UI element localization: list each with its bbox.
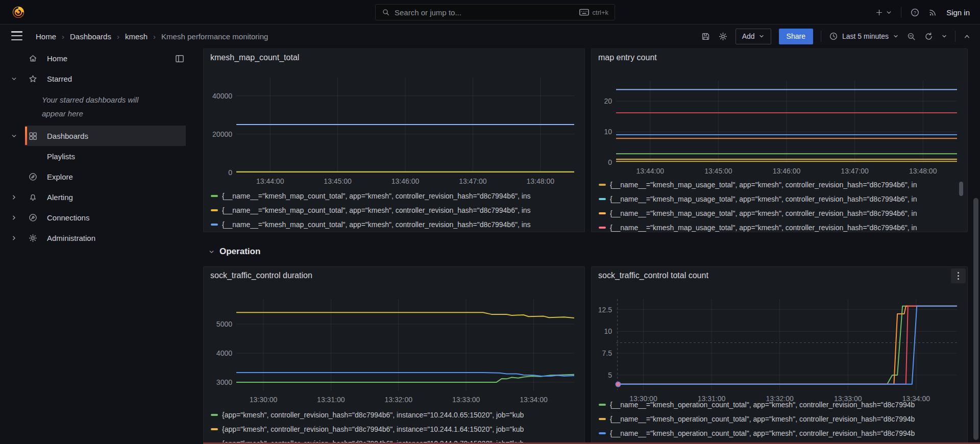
- x-axis-label: 13:34:00: [520, 396, 548, 404]
- legend-item[interactable]: {__name__="kmesh_map_count_total", app="…: [211, 217, 580, 232]
- save-dashboard-button[interactable]: [701, 32, 710, 41]
- breadcrumb-kmesh[interactable]: kmesh: [125, 32, 148, 41]
- chevron-down-icon: [893, 33, 899, 39]
- nav-sidebar: Home Starred Your starred dashboards wil…: [0, 48, 192, 444]
- legend-series-marker: [599, 212, 606, 214]
- legend-item[interactable]: {__name__="kmesh_map_usage_total", app="…: [599, 220, 963, 232]
- share-button[interactable]: Share: [779, 29, 813, 44]
- sidebar-item-alerting[interactable]: Alerting: [0, 187, 192, 207]
- legend-series-label: {app="kmesh", controller_revision_hash="…: [222, 425, 524, 433]
- new-button[interactable]: [875, 8, 892, 17]
- x-axis-label: 13:31:00: [317, 396, 345, 404]
- dashboard-toolbar: Home › Dashboards › kmesh › Kmesh perfor…: [0, 24, 980, 48]
- gear-icon: [718, 32, 728, 41]
- y-axis-label: 4000: [216, 349, 232, 357]
- sidebar-item-explore[interactable]: Explore: [0, 166, 192, 187]
- refresh-icon: [924, 32, 934, 41]
- add-panel-button[interactable]: Add: [736, 29, 771, 44]
- grafana-logo[interactable]: [11, 5, 26, 19]
- legend-series-label: {__name__="kmesh_map_usage_total", app="…: [610, 209, 917, 217]
- legend-item[interactable]: {__name__="kmesh_operation_count_total",…: [599, 412, 963, 426]
- toolbar-divider: [955, 31, 955, 42]
- legend-item[interactable]: {__name__="kmesh_operation_count_total",…: [599, 398, 963, 412]
- legend-scrollbar[interactable]: [959, 182, 963, 196]
- sidebar-item-starred[interactable]: Starred: [0, 68, 192, 89]
- legend-series-label: {__name__="kmesh_map_count_total", app="…: [222, 206, 531, 214]
- panel-title[interactable]: sock_traffic_control total count: [598, 271, 708, 280]
- svg-text:?: ?: [914, 10, 916, 15]
- help-button[interactable]: ?: [910, 8, 920, 17]
- refresh-button[interactable]: [924, 32, 934, 41]
- legend-item[interactable]: {app="kmesh", controller_revision_hash="…: [211, 422, 580, 436]
- sidebar-item-playlists[interactable]: Playlists: [0, 146, 192, 166]
- sidebar-item-label: Dashboards: [47, 132, 88, 140]
- legend-series-marker: [599, 198, 606, 200]
- page-scrollbar[interactable]: [973, 198, 978, 440]
- chevron-right-icon[interactable]: [8, 235, 19, 241]
- chart-plot-area[interactable]: [236, 78, 574, 172]
- breadcrumb-separator: ›: [62, 32, 64, 41]
- plus-icon: [875, 8, 884, 17]
- y-axis-label: 0: [228, 168, 232, 177]
- y-axis-label: 3000: [216, 378, 232, 386]
- chart-plot-area[interactable]: [236, 299, 574, 391]
- data-point-marker: [616, 381, 621, 387]
- legend-series-label: {__name__="kmesh_operation_count_total",…: [610, 429, 915, 437]
- legend-series-label: {app="kmesh", controller_revision_hash="…: [222, 411, 524, 419]
- legend-item[interactable]: {__name__="kmesh_map_count_total", app="…: [211, 189, 580, 203]
- dashboard-settings-button[interactable]: [718, 32, 728, 41]
- sidebar-item-label: Administration: [47, 234, 95, 242]
- time-range-picker[interactable]: Last 5 minutes: [829, 32, 899, 41]
- legend-series-marker: [599, 418, 606, 420]
- collapse-toolbar-button[interactable]: [963, 33, 971, 40]
- legend-item[interactable]: {__name__="kmesh_map_usage_total", app="…: [599, 192, 963, 206]
- legend-item[interactable]: {__name__="kmesh_map_count_total", app="…: [211, 203, 580, 217]
- sidebar-item-dashboards[interactable]: Dashboards: [0, 126, 192, 146]
- sock-traffic-total-count-chart: 57.51012.513:30:0013:31:0013:32:0013:33:…: [597, 299, 960, 403]
- sidebar-item-label: Alerting: [47, 193, 73, 202]
- legend-item[interactable]: {app="kmesh", controller_revision_hash="…: [211, 408, 580, 422]
- x-axis-label: 13:46:00: [391, 177, 420, 185]
- sidebar-item-home[interactable]: Home: [0, 48, 192, 68]
- legend-item[interactable]: {__name__="kmesh_map_usage_total", app="…: [599, 206, 963, 220]
- chevron-right-icon[interactable]: [8, 214, 19, 221]
- y-axis-label: 5: [608, 371, 612, 379]
- y-axis: 02000040000: [209, 78, 232, 172]
- breadcrumb-home[interactable]: Home: [36, 32, 56, 41]
- chevron-down-icon: [758, 33, 765, 39]
- sidebar-item-administration[interactable]: Administration: [0, 228, 192, 248]
- chevron-down-icon[interactable]: [8, 76, 19, 82]
- panel-title[interactable]: map entry count: [598, 53, 657, 62]
- chart-plot-area[interactable]: [616, 81, 957, 162]
- refresh-interval-button[interactable]: [941, 33, 947, 39]
- x-axis-label: 13:33:00: [452, 396, 480, 404]
- legend-series-marker: [211, 224, 218, 226]
- menu-toggle-button[interactable]: [11, 31, 22, 40]
- legend-series-label: {__name__="kmesh_map_usage_total", app="…: [610, 224, 917, 232]
- chevron-down-icon: [941, 33, 947, 39]
- x-axis: 13:30:0013:31:0013:32:0013:33:0013:34:00: [236, 394, 574, 404]
- x-axis: 13:44:0013:45:0013:46:0013:47:0013:48:00: [236, 176, 574, 186]
- legend-series-marker: [599, 432, 606, 434]
- breadcrumb-dashboards[interactable]: Dashboards: [70, 32, 111, 41]
- sign-in-button[interactable]: Sign in: [946, 8, 970, 17]
- clock-icon: [829, 32, 838, 41]
- chart-plot-area[interactable]: [616, 299, 957, 390]
- x-axis-label: 13:45:00: [704, 167, 732, 175]
- panel-title[interactable]: sock_traffic_control duration: [210, 271, 312, 280]
- section-row-operation[interactable]: Operation: [208, 244, 260, 259]
- zoom-out-time-button[interactable]: [906, 32, 916, 41]
- x-axis-label: 13:45:00: [324, 177, 352, 185]
- legend-item[interactable]: {__name__="kmesh_map_usage_total", app="…: [599, 178, 963, 192]
- panel-title[interactable]: kmesh_map_count_total: [210, 53, 299, 62]
- search-input[interactable]: Search or jump to... ctrl+k: [375, 4, 615, 20]
- news-button[interactable]: [928, 8, 938, 17]
- legend-item[interactable]: {__name__="kmesh_operation_count_total",…: [599, 426, 963, 440]
- chevron-right-icon[interactable]: [8, 194, 19, 201]
- x-axis: 13:44:0013:45:0013:46:0013:47:0013:48:00: [616, 165, 957, 176]
- panel-menu-button[interactable]: [951, 268, 966, 283]
- sidebar-item-connections[interactable]: Connections: [0, 207, 192, 228]
- chevron-down-icon[interactable]: [8, 133, 19, 139]
- search-shortcut-label: ctrl+k: [593, 9, 608, 16]
- y-axis: 300040005000: [209, 299, 232, 391]
